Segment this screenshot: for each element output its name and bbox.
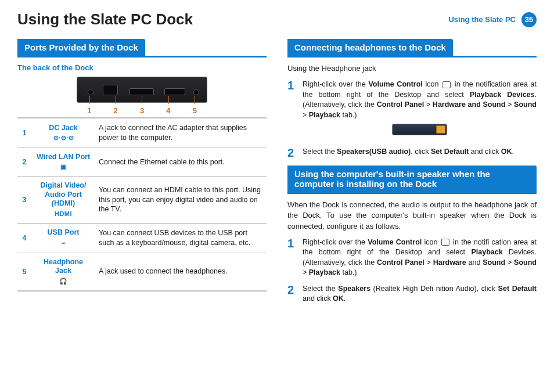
- usb-icon: ⎓: [35, 239, 92, 247]
- callout-5: 5: [193, 106, 197, 115]
- page-header-right: Using the Slate PC 35: [448, 12, 537, 27]
- table-row: 2 Wired LAN Port ▣ Connect the Ethernet …: [17, 148, 267, 176]
- step-body: Select the Speakers(USB audio), click Se…: [303, 147, 537, 159]
- dock-image: 1 2 3 4 5: [17, 77, 267, 115]
- bold: Set Default: [498, 285, 537, 293]
- text: Select the: [303, 148, 337, 156]
- step-item: 2 Select the Speakers (Realtek High Defi…: [287, 284, 537, 304]
- port-number: 1: [17, 118, 31, 148]
- port-callouts: 1 2 3 4 5: [77, 106, 207, 115]
- page-number-badge: 35: [521, 12, 537, 27]
- bold: Hardware: [433, 258, 466, 267]
- port-label-text: USB Port: [48, 228, 80, 236]
- volume-icon: [443, 81, 451, 88]
- port-desc: You can connect USB devices to the USB p…: [95, 223, 267, 253]
- right-column: Connecting headphones to the Dock Using …: [287, 39, 537, 311]
- bold: Set Default: [431, 148, 469, 156]
- dc-jack-icon: ⊝⋅⊖⋅⊝: [35, 134, 92, 142]
- port-number: 4: [17, 223, 31, 253]
- intro-text: When the Dock is connected, the audio is…: [287, 200, 537, 232]
- volume-icon: [441, 239, 449, 246]
- bold: Playback Devices: [470, 91, 535, 99]
- section-heading: Ports Provided by the Dock: [17, 39, 267, 57]
- text: >: [303, 268, 309, 276]
- section-heading-label: Using the computer's built-in speaker wh…: [287, 166, 537, 192]
- text: , click: [411, 148, 431, 156]
- step-body: Right-click over the Volume Control icon…: [303, 238, 537, 278]
- callout-3: 3: [140, 106, 144, 115]
- step-number: 2: [287, 147, 297, 159]
- steps-list-a: 1 Right-click over the Volume Control ic…: [287, 80, 537, 159]
- port-label-text: Headphone Jack: [44, 258, 83, 275]
- port-label: Headphone Jack 🎧: [31, 253, 95, 291]
- table-row: 5 Headphone Jack 🎧 A jack used to connec…: [17, 253, 267, 291]
- section-heading: Connecting headphones to the Dock: [287, 39, 537, 57]
- port-desc: You can connect an HDMI cable to this po…: [95, 177, 267, 224]
- bold: Control Panel: [377, 100, 425, 109]
- step-number: 1: [287, 238, 297, 278]
- port-hdmi-icon: [129, 88, 154, 95]
- bold: Sound: [483, 258, 505, 267]
- text: and: [466, 258, 483, 267]
- headphone-icon: 🎧: [35, 278, 92, 286]
- text: icon: [422, 238, 440, 246]
- port-lan-icon: [103, 85, 118, 95]
- step-item: 1 Right-click over the Volume Control ic…: [287, 238, 537, 278]
- text: >: [505, 258, 514, 267]
- step-body: Select the Speakers (Realtek High Defi n…: [303, 284, 537, 304]
- section-heading-label: Connecting headphones to the Dock: [287, 39, 453, 56]
- section-heading-label: Ports Provided by the Dock: [17, 39, 145, 56]
- page-header: Using the Slate PC Dock Using the Slate …: [17, 10, 537, 28]
- left-column: Ports Provided by the Dock The back of t…: [17, 39, 267, 311]
- port-number: 2: [17, 148, 31, 176]
- bold: Control Panel: [377, 258, 425, 267]
- text: >: [505, 100, 514, 109]
- hdmi-icon: HDMI: [35, 210, 92, 218]
- bold: Volume Control: [368, 238, 422, 246]
- step-number: 1: [287, 80, 297, 141]
- callout-2: 2: [113, 106, 117, 115]
- bold: Volume Control: [368, 80, 422, 88]
- port-label: Wired LAN Port ▣: [31, 148, 95, 176]
- table-row: 4 USB Port ⎓ You can connect USB devices…: [17, 223, 267, 253]
- text: icon: [423, 80, 441, 88]
- port-desc: A jack to connect the AC adapter that su…: [95, 118, 267, 148]
- text: >: [425, 258, 433, 267]
- port-label-text: Wired LAN Port: [37, 153, 90, 161]
- text: tab.): [340, 111, 357, 119]
- page-title: Using the Slate PC Dock: [17, 10, 193, 28]
- bold: OK: [501, 148, 512, 156]
- text: tab.): [340, 268, 357, 276]
- port-label: DC Jack ⊝⋅⊖⋅⊝: [31, 118, 95, 148]
- text: Select the: [303, 285, 338, 293]
- bold: Speakers: [338, 285, 370, 293]
- bold: Speakers(USB audio): [337, 148, 411, 156]
- section-heading: Using the computer's built-in speaker wh…: [287, 166, 537, 194]
- bold: OK: [333, 294, 344, 303]
- bold: Sound: [514, 100, 537, 109]
- port-desc: Connect the Ethernet cable to this port.: [95, 148, 267, 176]
- callout-4: 4: [166, 106, 170, 115]
- step-item: 1 Right-click over the Volume Control ic…: [287, 80, 537, 141]
- text: and click: [469, 148, 501, 156]
- port-label-text: DC Jack: [49, 124, 77, 132]
- port-dc-icon: [88, 89, 93, 95]
- callout-1: 1: [87, 106, 91, 115]
- port-label: Digital Video/ Audio Port (HDMI) HDMI: [31, 177, 95, 224]
- bold: Playback: [309, 111, 340, 119]
- tray-image: [392, 124, 447, 135]
- text: .: [512, 148, 514, 156]
- text: >: [303, 111, 309, 119]
- steps-list-b: 1 Right-click over the Volume Control ic…: [287, 238, 537, 304]
- step-body: Right-click over the Volume Control icon…: [303, 80, 537, 141]
- port-label: USB Port ⎓: [31, 223, 95, 253]
- text: >: [424, 100, 433, 109]
- text: Right-click over the: [303, 80, 368, 88]
- step-item: 2 Select the Speakers(USB audio), click …: [287, 147, 537, 159]
- table-row: 3 Digital Video/ Audio Port (HDMI) HDMI …: [17, 177, 267, 224]
- tray-speaker-icon: [436, 125, 445, 134]
- table-row: 1 DC Jack ⊝⋅⊖⋅⊝ A jack to connect the AC…: [17, 118, 267, 148]
- bold: Playback: [309, 268, 340, 276]
- port-label-text: Digital Video/ Audio Port (HDMI): [41, 181, 87, 207]
- text: Right-click over the: [303, 238, 368, 246]
